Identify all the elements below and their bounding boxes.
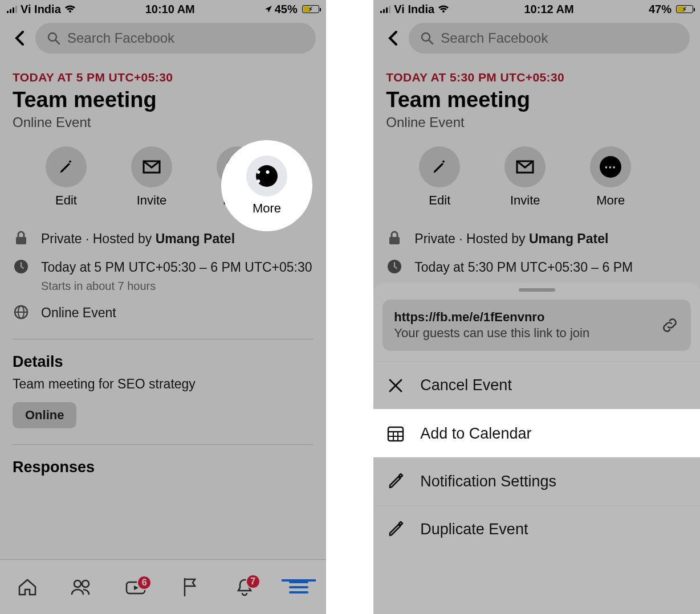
pencil-icon: [386, 473, 405, 490]
svg-rect-18: [388, 427, 403, 441]
add-calendar-label: Add to Calendar: [420, 425, 531, 443]
duplicate-event-item[interactable]: Duplicate Event: [373, 505, 700, 553]
duplicate-event-label: Duplicate Event: [420, 521, 528, 538]
screen-dim-overlay: [0, 0, 326, 614]
calendar-icon: [386, 424, 405, 443]
more-highlight[interactable]: ● ● ● More: [221, 140, 312, 231]
add-to-calendar-item[interactable]: Add to Calendar: [373, 409, 700, 457]
event-link-note: Your guests can use this link to join: [394, 326, 660, 341]
event-link-card[interactable]: https://fb.me/e/1fEenvnro Your guests ca…: [382, 300, 691, 351]
event-link-url: https://fb.me/e/1fEenvnro: [394, 310, 660, 325]
more-icon: ● ● ●: [246, 155, 287, 197]
cancel-event-item[interactable]: Cancel Event: [373, 361, 700, 409]
more-sheet: https://fb.me/e/1fEenvnro Your guests ca…: [373, 283, 700, 614]
pencil-icon: [386, 521, 405, 538]
more-label-highlight: More: [253, 201, 281, 216]
notification-settings-label: Notification Settings: [420, 473, 556, 490]
cancel-event-label: Cancel Event: [420, 376, 512, 394]
link-icon: [660, 316, 679, 335]
sheet-grabber[interactable]: [519, 288, 555, 292]
close-icon: [386, 378, 405, 394]
notification-settings-item[interactable]: Notification Settings: [373, 457, 700, 505]
